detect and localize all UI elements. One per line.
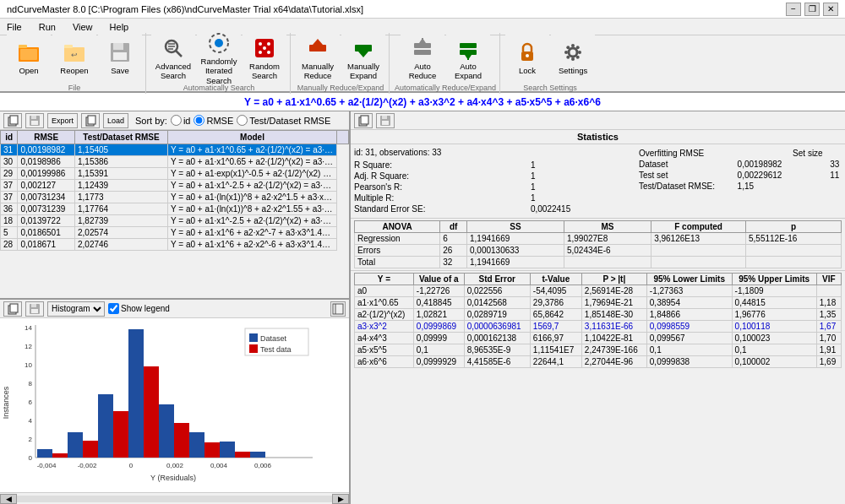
- r-square-value: 1: [527, 160, 635, 171]
- coeff-lower-cell: 0,0999838: [646, 356, 732, 368]
- coeff-row: a1·x1^0.65 0,418845 0,0142568 29,3786 1,…: [355, 297, 842, 309]
- table-row[interactable]: 29 0,00199986 1,15391 Y = a0 + a1·exp(x1…: [1, 168, 349, 180]
- sort-id-radio[interactable]: [171, 115, 182, 126]
- coeff-upper-cell: -1,1809: [732, 285, 816, 297]
- anova-p: [746, 245, 842, 257]
- anova-header-source: ANOVA: [355, 221, 440, 233]
- bottom-scroll[interactable]: ◀ ▶: [0, 492, 349, 504]
- overfitting-setsize: [830, 148, 842, 159]
- coeff-vif: VIF: [816, 274, 841, 285]
- lock-button[interactable]: Lock: [505, 35, 549, 82]
- manually-reduce-button[interactable]: ManuallyReduce: [296, 35, 340, 82]
- svg-rect-48: [31, 116, 36, 119]
- file-group: Open ↩ Reopen: [3, 33, 146, 94]
- sort-test-rmse-label[interactable]: Test/Dataset RMSE: [237, 115, 330, 126]
- r-square-label: R Square:: [354, 160, 527, 171]
- testset-size-label: [793, 170, 830, 181]
- svg-text:Dataset: Dataset: [260, 334, 287, 343]
- random-search-button[interactable]: RandomSearch: [243, 35, 286, 82]
- coeff-vif-cell: 1,69: [816, 356, 841, 368]
- coeff-lower-cell: 1,84866: [646, 309, 732, 321]
- chart-panel: Histogram Line Scatter Show legend Insta…: [0, 298, 349, 492]
- anova-f: 3,96126E13: [651, 233, 746, 245]
- menu-file[interactable]: File: [3, 20, 25, 34]
- svg-text:0,006: 0,006: [254, 462, 272, 469]
- right-mini-toolbar: [351, 111, 845, 130]
- chart-save-button[interactable]: [25, 301, 44, 317]
- menu-view[interactable]: View: [69, 20, 96, 34]
- table-row[interactable]: 18 0,0139722 1,82739 Y = a0 + a1·x1^-2.5…: [1, 215, 349, 227]
- coeff-upper-cell: 0,100002: [732, 356, 816, 368]
- coeff-stderr: Std Error: [464, 274, 530, 285]
- cell-rmse: 0,00731239: [18, 203, 75, 215]
- save-button-top[interactable]: [25, 113, 44, 128]
- randomly-iterated-search-button[interactable]: RandomlyIterated Search: [197, 35, 241, 82]
- svg-text:-0,004: -0,004: [37, 462, 57, 469]
- toolbar: Open ↩ Reopen: [0, 35, 845, 93]
- settings-button[interactable]: Settings: [551, 35, 595, 82]
- open-button[interactable]: Open: [7, 35, 51, 82]
- sort-test-rmse-radio[interactable]: [237, 115, 248, 126]
- sort-rmse-radio[interactable]: [194, 115, 204, 126]
- table-row[interactable]: 37 0,002127 1,12439 Y = a0 + a1·x1^-2.5 …: [1, 180, 349, 192]
- show-legend-checkbox[interactable]: [108, 303, 119, 314]
- table-row[interactable]: 5 0,0186501 2,02574 Y = a0 + a1·x1^6 + a…: [1, 227, 349, 239]
- scroll-track[interactable]: [17, 496, 332, 502]
- stats-row-3: Pearson's R: 1: [354, 182, 635, 192]
- table-row[interactable]: 28 0,018671 2,02746 Y = a0 + a1·x1^6 + a…: [1, 239, 349, 251]
- table-row[interactable]: 31 0,00198982 1,15405 Y = a0 + a1·x1^0.6…: [1, 144, 349, 156]
- show-legend-label[interactable]: Show legend: [108, 303, 170, 314]
- coeff-vif-cell: 1,67: [816, 321, 841, 333]
- restore-button[interactable]: ❐: [804, 3, 820, 16]
- scroll-right-btn[interactable]: ▶: [332, 494, 349, 504]
- manually-expand-label: ManuallyExpand: [347, 62, 379, 81]
- minimize-button[interactable]: −: [786, 3, 801, 16]
- chart-copy-button[interactable]: [3, 301, 22, 317]
- manually-expand-button[interactable]: ManuallyExpand: [341, 35, 385, 82]
- overfitting-setsize-label: Set size: [793, 148, 830, 159]
- sort-rmse-label[interactable]: RMSE: [194, 115, 233, 126]
- sort-id-label[interactable]: id: [171, 115, 191, 126]
- table-row[interactable]: 30 0,0198986 1,15386 Y = a0 + a1·x1^0.65…: [1, 156, 349, 168]
- stats-row-4: Multiple R: 1: [354, 192, 635, 203]
- advanced-search-label: AdvancedSearch: [155, 62, 191, 81]
- svg-rect-30: [460, 43, 477, 48]
- svg-text:0,002: 0,002: [166, 462, 184, 469]
- coeff-tval-cell: 1569,7: [530, 321, 581, 333]
- menu-run[interactable]: Run: [35, 20, 59, 34]
- chart-expand-button[interactable]: [330, 301, 346, 317]
- coeff-y-cell: a2·(1/2)^(x2): [355, 309, 414, 321]
- settings-group: Lock Settings: [502, 33, 598, 94]
- auto-reduce-button[interactable]: AutoReduce: [401, 35, 444, 82]
- col-scroll: [337, 131, 349, 144]
- anova-ss: 1,1941669: [467, 233, 564, 245]
- save-button[interactable]: Save: [98, 35, 142, 82]
- cell-test-rmse: 1,15386: [75, 156, 168, 168]
- copy-button-2[interactable]: [81, 113, 100, 128]
- copy-button-top[interactable]: [3, 113, 22, 128]
- stats-row-2: Adj. R Square: 1: [354, 171, 635, 182]
- coeff-row: a0 -1,22726 0,022556 -54,4095 2,56914E-2…: [355, 285, 842, 297]
- auto-expand-button[interactable]: AutoExpand: [446, 35, 490, 82]
- col-rmse: RMSE: [18, 131, 75, 144]
- right-copy-button[interactable]: [354, 113, 373, 128]
- chart-area: Instances 0 2 4 6 8 10 12 14: [0, 318, 349, 492]
- right-save-button[interactable]: [376, 113, 395, 128]
- scroll-left-btn[interactable]: ◀: [0, 494, 17, 504]
- advanced-search-button[interactable]: AdvancedSearch: [151, 35, 195, 82]
- reopen-button[interactable]: ↩ Reopen: [52, 35, 96, 82]
- anova-ss: 0,000130633: [467, 245, 564, 257]
- close-button[interactable]: ✕: [823, 3, 838, 16]
- chart-type-select[interactable]: Histogram Line Scatter: [47, 301, 105, 317]
- svg-rect-78: [52, 453, 68, 458]
- menu-help[interactable]: Help: [106, 20, 133, 34]
- export-button[interactable]: Export: [47, 113, 78, 128]
- table-row[interactable]: 36 0,00731239 1,17764 Y = a0 + a1·(ln(x1…: [1, 203, 349, 215]
- load-button[interactable]: Load: [103, 113, 128, 128]
- cell-model: Y = a0 + a1·x1^0.65 + a2·(1/2)^(x2) = a3…: [168, 156, 337, 168]
- table-row[interactable]: 37 0,00731234 1,1773 Y = a0 + a1·(ln(x1)…: [1, 192, 349, 203]
- coeff-tval-cell: 29,3786: [530, 297, 581, 309]
- cell-test-rmse: 1,82739: [75, 215, 168, 227]
- col-id: id: [1, 131, 18, 144]
- coeff-vif-cell: 1,18: [816, 297, 841, 309]
